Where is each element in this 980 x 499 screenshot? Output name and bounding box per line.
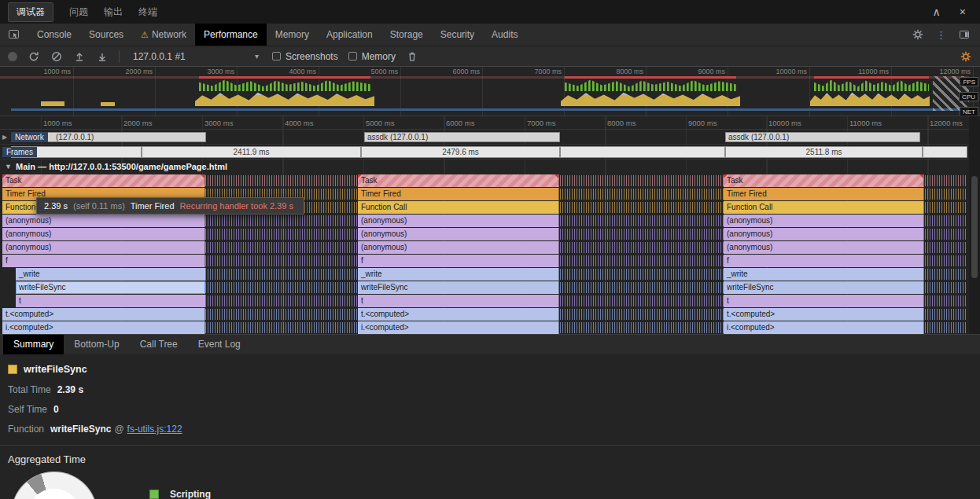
- dock-side-icon[interactable]: [958, 28, 971, 41]
- flame-row: (anonymous) (anonymous) (anonymous): [0, 215, 969, 227]
- screenshots-checkbox[interactable]: [272, 52, 281, 61]
- more-options-icon[interactable]: ⋮: [936, 29, 946, 41]
- collapse-icon[interactable]: ∧: [933, 6, 941, 18]
- load-profile-icon[interactable]: [73, 50, 86, 63]
- flame-bar-writefilesync[interactable]: writeFileSync: [724, 281, 924, 294]
- memory-checkbox[interactable]: [348, 52, 357, 61]
- tooltip-self-time: (self 0.11 ms): [73, 201, 125, 211]
- flame-bar-function-call[interactable]: Function Call: [724, 201, 924, 214]
- performance-toolbar: 127.0.0.1 #1 ▾ Screenshots Memory: [0, 46, 980, 67]
- legend-color-swatch: [149, 490, 159, 499]
- tab-application[interactable]: Application: [318, 24, 381, 46]
- memory-option: Memory: [348, 51, 396, 62]
- tab-memory[interactable]: Memory: [267, 24, 318, 46]
- garbage-collect-icon[interactable]: [406, 50, 418, 63]
- frame-box[interactable]: 2411.9 ms: [142, 146, 361, 158]
- tab-network[interactable]: ⚠Network: [132, 24, 195, 46]
- flame-bar-t[interactable]: t: [724, 295, 924, 307]
- source-location-link[interactable]: fs-utils.js:122: [127, 424, 182, 435]
- flame-bar-t-computed[interactable]: t.<computed>: [724, 308, 924, 321]
- timeline-overview[interactable]: 1000 ms 2000 ms 3000 ms 4000 ms 5000 ms …: [0, 67, 980, 116]
- flame-bar-t-computed[interactable]: t.<computed>: [358, 308, 559, 321]
- network-request-bar[interactable]: assdk (127.0.0.1): [364, 132, 560, 142]
- tab-call-tree[interactable]: Call Tree: [130, 335, 188, 354]
- reload-record-icon[interactable]: [28, 50, 40, 63]
- event-color-swatch: [8, 365, 17, 374]
- save-profile-icon[interactable]: [96, 50, 109, 63]
- frame-box[interactable]: [560, 146, 725, 158]
- flame-bar-anonymous[interactable]: (anonymous): [724, 228, 924, 240]
- frame-box[interactable]: 2511.8 ms: [725, 146, 923, 158]
- flame-bar-i-computed[interactable]: i.<computed>: [2, 321, 205, 334]
- clear-icon[interactable]: [50, 50, 63, 63]
- scrollbar-thumb[interactable]: [971, 176, 978, 278]
- flame-bar-anonymous[interactable]: (anonymous): [2, 215, 205, 227]
- network-request-bar[interactable]: assdk (127.0.0.1): [725, 132, 920, 142]
- frame-box[interactable]: 2479.6 ms: [361, 146, 560, 158]
- tab-console[interactable]: Console: [28, 24, 80, 46]
- panel-tab-output[interactable]: 输出: [104, 6, 123, 19]
- flame-bar-f[interactable]: f: [358, 255, 559, 267]
- ruler-tick-label: 10000 ms: [768, 119, 801, 127]
- flame-bar-task[interactable]: Task: [2, 174, 205, 187]
- flame-bar-anonymous[interactable]: (anonymous): [2, 241, 205, 254]
- flame-bar-timer-fired[interactable]: Timer Fired: [724, 188, 924, 200]
- ruler-tick-label: 9000 ms: [688, 119, 717, 127]
- panel-tab-debugger[interactable]: 调试器: [8, 2, 53, 22]
- settings-gear-icon[interactable]: [912, 28, 924, 41]
- flame-bar-t[interactable]: t: [358, 295, 559, 307]
- close-icon[interactable]: ×: [960, 6, 966, 18]
- expand-arrow-icon[interactable]: ▶: [2, 134, 7, 141]
- tab-event-log[interactable]: Event Log: [188, 335, 251, 354]
- tab-sources[interactable]: Sources: [80, 24, 132, 46]
- profile-select[interactable]: 127.0.0.1 #1 ▾: [130, 51, 262, 62]
- capture-settings-gear-icon[interactable]: [960, 50, 972, 63]
- flame-bar-t[interactable]: t: [16, 295, 206, 307]
- flame-bar-writefilesync-selected[interactable]: writeFileSync: [16, 281, 205, 294]
- flame-bar-writefilesync[interactable]: writeFileSync: [358, 281, 559, 294]
- inspect-element-icon[interactable]: [0, 24, 28, 46]
- flame-bar-anonymous[interactable]: (anonymous): [358, 228, 559, 240]
- long-task-marks: [199, 76, 370, 79]
- flame-bar-timer-fired[interactable]: Timer Fired: [358, 188, 559, 200]
- ruler-tick-label: 4000 ms: [285, 119, 313, 127]
- flame-bar-write[interactable]: _write: [16, 268, 206, 281]
- overview-tick-label: 5000 ms: [356, 68, 398, 75]
- main-thread-header[interactable]: ▼ Main — http://127.0.0.1:53500/game/gam…: [0, 160, 969, 174]
- flame-row: (anonymous) (anonymous) (anonymous): [0, 241, 969, 254]
- flame-bar-anonymous[interactable]: (anonymous): [2, 228, 205, 240]
- tooltip-event-name: Timer Fired: [131, 201, 175, 211]
- toolbar-separator: [119, 50, 120, 63]
- flame-bar-f[interactable]: f: [2, 255, 205, 267]
- tab-audits[interactable]: Audits: [483, 24, 526, 46]
- network-lane-label[interactable]: Network: [11, 132, 48, 142]
- flame-bar-i-computed[interactable]: i.<computed>: [358, 321, 559, 334]
- ruler-tick-label: 8000 ms: [607, 119, 636, 127]
- ruler-tick-label: 5000 ms: [366, 119, 394, 127]
- flame-bar-anonymous[interactable]: (anonymous): [358, 215, 559, 227]
- flame-bar-anonymous[interactable]: (anonymous): [358, 241, 559, 254]
- flame-bar-anonymous[interactable]: (anonymous): [724, 241, 924, 254]
- tab-performance[interactable]: Performance: [195, 24, 267, 46]
- flame-row: _write _write _write: [0, 268, 969, 281]
- tab-summary[interactable]: Summary: [3, 335, 64, 354]
- record-button[interactable]: [8, 52, 17, 61]
- tab-bottom-up[interactable]: Bottom-Up: [64, 335, 129, 354]
- flame-bar-task[interactable]: Task: [358, 174, 559, 187]
- vertical-scrollbar[interactable]: [969, 116, 980, 334]
- flame-bar-f[interactable]: f: [724, 255, 924, 267]
- flame-bar-function-call[interactable]: Function Call: [358, 201, 559, 214]
- frame-box[interactable]: [923, 146, 967, 158]
- tab-storage[interactable]: Storage: [381, 24, 432, 46]
- flame-bar-write[interactable]: _write: [358, 268, 559, 281]
- panel-tab-problems[interactable]: 问题: [69, 6, 88, 19]
- flame-bar-i-computed[interactable]: i.<computed>: [724, 321, 924, 334]
- flame-bar-anonymous[interactable]: (anonymous): [724, 215, 924, 227]
- panel-tab-terminal[interactable]: 终端: [138, 6, 157, 19]
- flame-bar-task[interactable]: Task: [724, 174, 924, 187]
- frames-lane-label[interactable]: Frames: [2, 147, 37, 157]
- tab-security[interactable]: Security: [432, 24, 483, 46]
- flame-bar-t-computed[interactable]: t.<computed>: [2, 308, 205, 321]
- ruler-tick-label: 12000 ms: [930, 119, 963, 127]
- flame-bar-write[interactable]: _write: [724, 268, 924, 281]
